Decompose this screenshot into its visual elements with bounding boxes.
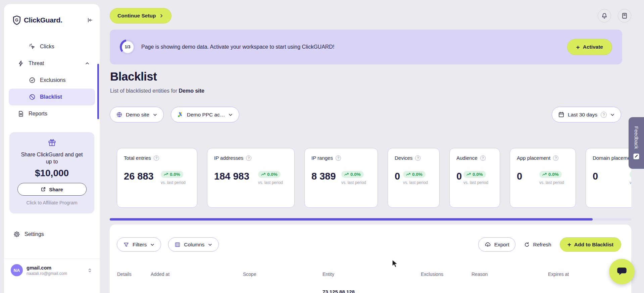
cell-expires-at (548, 289, 629, 293)
info-icon[interactable]: ? (154, 155, 159, 161)
sidebar-scrollbar-thumb[interactable] (97, 64, 99, 119)
chevron-down-icon (228, 112, 233, 117)
filters-label: Filters (133, 242, 147, 248)
vs-period-label: vs. last period (403, 180, 433, 185)
stat-value: 0 (456, 171, 462, 182)
stat-label: IP addresses (214, 155, 243, 161)
sidebar-item-settings[interactable]: Settings (13, 231, 44, 238)
info-icon[interactable]: ? (415, 155, 420, 161)
stat-value: 0 (517, 171, 522, 182)
refresh-button[interactable]: Refresh (524, 242, 551, 248)
cards-scrollbar-track[interactable] (110, 218, 631, 221)
cards-scrollbar-thumb[interactable] (110, 218, 593, 221)
funnel-icon (123, 242, 129, 248)
column-header-added-at: Added at (151, 272, 243, 277)
refresh-icon (524, 242, 530, 248)
trend-badge: 0.0% (463, 171, 486, 178)
setup-progress-ring: 1/3 (120, 39, 135, 55)
plus-icon: + (576, 44, 580, 50)
stat-card-total-entries: Total entries? 26 883 0.0% vs. last peri… (117, 148, 197, 208)
subtitle-text: List of blacklisted entities for (110, 88, 177, 94)
topbar-icons (598, 9, 631, 22)
add-to-blacklist-label: Add to Blacklist (574, 242, 613, 248)
column-header-scope: Scope (243, 272, 323, 277)
trend-badge: 0.0% (161, 171, 183, 178)
stat-value: 0 (395, 171, 400, 182)
info-icon[interactable]: ? (336, 155, 341, 161)
chat-widget-button[interactable] (609, 259, 635, 284)
stat-label: Domain placement (593, 155, 631, 161)
stat-card-app-placement: App placement? 0 0.0% vs. last period (510, 148, 576, 208)
sidebar-item-reports[interactable]: Reports (9, 105, 95, 122)
info-icon[interactable]: ? (246, 155, 251, 161)
gift-icon (48, 138, 56, 147)
date-range-selector[interactable]: Last 30 days ? (552, 107, 621, 123)
nav-label: Blacklist (40, 94, 62, 100)
promo-amount: $10,000 (9, 168, 94, 179)
export-button[interactable]: Export (478, 237, 516, 252)
account-switcher[interactable]: NA gmail.com naatali.ro@gmail.com (4, 258, 100, 276)
vs-period-label: vs. last period (630, 180, 631, 185)
column-header-exclusions: Exclusions (421, 272, 472, 277)
bell-icon (601, 12, 608, 19)
lightning-icon (17, 60, 24, 67)
table-row[interactable]: 73.125.88.128 (117, 289, 631, 293)
table-panel: Filters Columns Export (110, 225, 631, 293)
feedback-tab[interactable]: Feedback (629, 117, 644, 169)
sidebar-item-blacklist[interactable]: Blacklist (9, 89, 95, 105)
columns-button[interactable]: Columns (168, 237, 219, 252)
stat-value: 26 883 (124, 171, 154, 182)
ppc-account-value: Demo PPC ac… (187, 112, 225, 118)
svg-text:G: G (15, 18, 18, 22)
main-content: Continue Setup 1/3 Page is showing demo … (110, 0, 631, 293)
notifications-button[interactable] (598, 9, 611, 22)
vs-period-label: vs. last period (161, 180, 190, 185)
banner-message: Page is showing demo data. Activate your… (141, 44, 334, 50)
vs-period-label: vs. last period (341, 180, 371, 185)
plus-icon: + (567, 241, 571, 248)
collapse-sidebar-icon[interactable] (87, 17, 93, 23)
subtitle-site: Demo site (179, 88, 204, 94)
logo-row: G ClickGuard. (13, 15, 93, 25)
clickguard-logo-icon: G (13, 15, 21, 25)
continue-setup-button[interactable]: Continue Setup (110, 8, 171, 23)
share-button[interactable]: Share (17, 183, 87, 196)
stat-value: 184 983 (214, 171, 249, 182)
user-meta: gmail.com naatali.ro@gmail.com (27, 265, 67, 276)
sidebar-nav: Clicks Threat Exclusions Blacklist (9, 38, 95, 122)
ppc-account-selector[interactable]: Demo PPC ac… (171, 107, 240, 123)
export-label: Export (494, 242, 509, 248)
guide-book-icon (621, 12, 628, 19)
help-icon[interactable]: ? (601, 112, 607, 118)
add-to-blacklist-button[interactable]: + Add to Blacklist (560, 237, 621, 252)
chat-bubble-icon (616, 266, 628, 277)
share-label: Share (49, 187, 63, 192)
trend-badge: 0.0% (630, 171, 631, 178)
refresh-label: Refresh (533, 242, 551, 248)
continue-setup-label: Continue Setup (117, 13, 156, 19)
sidebar-item-clicks[interactable]: Clicks (9, 38, 95, 55)
trend-badge: 0.0% (539, 171, 562, 178)
calendar-icon (558, 111, 564, 118)
user-email: naatali.ro@gmail.com (27, 271, 67, 276)
guide-button[interactable] (618, 9, 631, 22)
trend-up-icon (164, 173, 168, 176)
date-range-value: Last 30 days (568, 112, 597, 118)
nav-label: Exclusions (40, 77, 65, 83)
stat-card-domain-placement: Domain placement? 0 0.0% vs. last period (586, 148, 631, 208)
activate-button[interactable]: + Activate (567, 39, 612, 55)
filters-button[interactable]: Filters (117, 237, 161, 252)
site-selector-value: Demo site (126, 112, 149, 118)
cell-exclusions (421, 289, 472, 293)
info-icon[interactable]: ? (480, 155, 486, 161)
cloud-download-icon (485, 241, 491, 248)
info-icon[interactable]: ? (553, 155, 558, 161)
affiliate-promo-card: Share ClickGuard and get up to $10,000 S… (9, 132, 94, 213)
trend-up-icon (406, 173, 410, 176)
sidebar-item-exclusions[interactable]: Exclusions (9, 72, 95, 89)
sidebar-item-threat[interactable]: Threat (9, 55, 95, 72)
columns-icon (175, 242, 181, 248)
site-selector[interactable]: Demo site (110, 107, 164, 123)
affiliate-link[interactable]: Click to Affiliate Program (9, 200, 94, 205)
stat-label: IP ranges (311, 155, 333, 161)
